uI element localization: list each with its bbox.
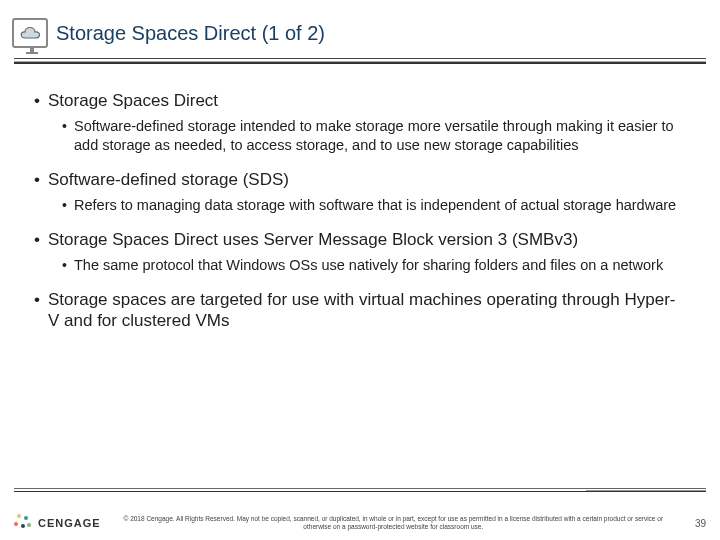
brand-logo: CENGAGE: [14, 514, 101, 532]
bullet-item: Software-defined storage (SDS) Refers to…: [34, 169, 686, 215]
footer-divider: [14, 488, 706, 492]
title-underline: [14, 58, 706, 64]
slide: Storage Spaces Direct (1 of 2) Storage S…: [0, 0, 720, 540]
slide-body: Storage Spaces Direct Software-defined s…: [0, 64, 720, 332]
sub-item: Refers to managing data storage with sof…: [62, 196, 686, 215]
title-row: Storage Spaces Direct (1 of 2): [0, 0, 720, 48]
bullet-item: Storage spaces are targeted for use with…: [34, 289, 686, 332]
bullet-lead: Storage Spaces Direct uses Server Messag…: [34, 229, 686, 250]
copyright-text: © 2018 Cengage. All Rights Reserved. May…: [101, 515, 686, 531]
bullet-item: Storage Spaces Direct Software-defined s…: [34, 90, 686, 155]
slide-title: Storage Spaces Direct (1 of 2): [56, 22, 325, 45]
sub-item: Software-defined storage intended to mak…: [62, 117, 686, 155]
sub-list: Software-defined storage intended to mak…: [62, 117, 686, 155]
cloud-icon: [17, 24, 43, 42]
bullet-lead: Software-defined storage (SDS): [34, 169, 686, 190]
footer: CENGAGE © 2018 Cengage. All Rights Reser…: [14, 514, 706, 532]
bullet-list: Storage Spaces Direct Software-defined s…: [34, 90, 686, 332]
bullet-item: Storage Spaces Direct uses Server Messag…: [34, 229, 686, 275]
bullet-lead: Storage spaces are targeted for use with…: [34, 289, 686, 332]
brand-name: CENGAGE: [38, 517, 101, 529]
page-number: 39: [686, 518, 706, 529]
bullet-lead: Storage Spaces Direct: [34, 90, 686, 111]
brand-dots-icon: [14, 514, 32, 532]
cloud-monitor-icon: [12, 18, 48, 48]
sub-list: The same protocol that Windows OSs use n…: [62, 256, 686, 275]
sub-item: The same protocol that Windows OSs use n…: [62, 256, 686, 275]
sub-list: Refers to managing data storage with sof…: [62, 196, 686, 215]
